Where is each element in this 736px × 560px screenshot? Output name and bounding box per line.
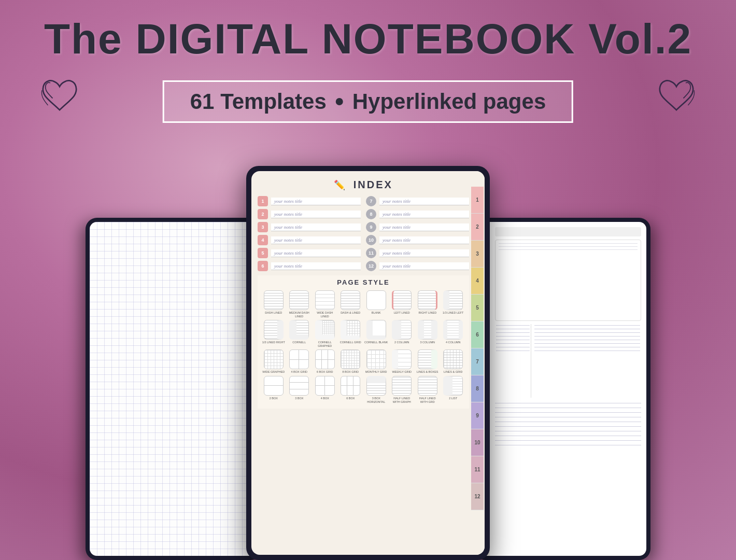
thumb-left-lined[interactable]: LEFT LINED [390,290,414,318]
cornell-line-r3 [534,332,640,333]
thumb-medium-dash[interactable]: MEDIUM DASH LINED [288,290,312,318]
index-title-5[interactable]: your notes title [271,249,361,257]
index-num-11: 11 [366,248,376,258]
index-item-8[interactable]: 8 your notes title [366,209,469,219]
tab-10[interactable]: 10 [471,429,484,456]
index-title-1[interactable]: your notes title [271,198,361,205]
thumb-half-lined-grid[interactable]: HALF LINED WITH GRD [416,376,440,403]
thumb-4box-grid[interactable]: 4 BOX GRID [288,349,312,374]
dot-separator [336,98,343,105]
thumb-2box[interactable]: 2 BOX [262,376,286,403]
index-title-2[interactable]: your notes title [271,211,361,218]
thumb-lines-boxes-box [418,349,437,369]
tab-4[interactable]: 4 [471,268,484,295]
thumb-half-lined-graph[interactable]: HALF LINED WITH GRAPH [390,376,414,403]
thumb-blank-box [366,290,386,310]
thumb-dash-lined[interactable]: DASH LINED [262,290,286,318]
subtitle-text: 61 Templates Hyperlinked pages [190,89,546,114]
pencil-icon: ✏️ [334,180,347,190]
index-item-10[interactable]: 10 your notes title [366,235,469,245]
index-item-5[interactable]: 5 your notes title [258,248,361,258]
thumb-4box[interactable]: 4 BOX [313,376,337,403]
index-title-10[interactable]: your notes title [379,236,469,244]
thumb-lines-grid[interactable]: LINES & GRID [442,349,465,374]
thumb-monthly-grid[interactable]: MONTHLY GRID [364,349,388,374]
tab-1[interactable]: 1 [471,187,484,214]
tab-5[interactable]: 5 [471,295,484,321]
thumb-8box-grid[interactable]: 8 BOX GRID [339,349,363,374]
tab-11[interactable]: 11 [471,456,484,483]
thumb-6box-grid[interactable]: 6 BOX GRID [313,349,337,374]
index-title-12[interactable]: your notes title [379,262,469,270]
tab-12[interactable]: 12 [471,483,484,510]
tab-9[interactable]: 9 [471,402,484,429]
thumb-cornell-graphed[interactable]: CORNELL GRAPHED [313,320,337,347]
thumb-lines-boxes[interactable]: LINES & BOXES [416,349,440,374]
thumb-6box[interactable]: 6 BOX [339,376,363,403]
thumb-weekly-grid[interactable]: WEEKLY GRID [390,349,414,374]
index-num-3: 3 [258,222,268,232]
cornell-line-r1 [534,325,640,326]
cornell-line-l6 [496,343,530,344]
index-item-7[interactable]: 7 your notes title [366,196,469,206]
right-line-6 [495,426,641,427]
thumb-cornell-grid[interactable]: CORNELL GRID [339,320,363,347]
thumb-2list[interactable]: 2 LIST [442,376,465,403]
thumb-dash-lined-box [264,290,284,310]
thumb-3box-horizontal[interactable]: 3 BOX HORIZONTAL [364,376,388,403]
thumb-dash-lined2[interactable]: DASH & LINED [339,290,363,318]
thumb-3box[interactable]: 3 BOX [288,376,312,403]
index-title-9[interactable]: your notes title [379,223,469,231]
thumb-1-3-right[interactable]: 1/3 LINED RIGHT [262,320,286,347]
tab-8[interactable]: 8 [471,375,484,402]
index-item-9[interactable]: 9 your notes title [366,222,469,232]
tab-6[interactable]: 6 [471,321,484,348]
thumb-cornell[interactable]: CORNELL [288,320,312,347]
tab-3[interactable]: 3 [471,241,484,268]
right-line-4 [495,417,641,417]
thumb-lines-grid-box [443,349,463,369]
tab-7[interactable]: 7 [471,348,484,375]
page-title: The DIGITAL NOTEBOOK Vol.2 [0,15,736,63]
tab-2[interactable]: 2 [471,214,484,241]
index-title-11[interactable]: your notes title [379,249,469,257]
index-title-7[interactable]: your notes title [379,198,469,205]
thumb-3-column[interactable]: 3 COLUMN [416,320,440,347]
cornell-line-l2 [496,329,530,329]
center-tabs: 1 2 3 4 5 6 7 8 9 10 11 12 [470,171,485,555]
index-item-6[interactable]: 6 your notes title [258,261,361,271]
index-item-11[interactable]: 11 your notes title [366,248,469,258]
thumb-1-3-lined-left[interactable]: 1/3 LINED LEFT [442,290,465,318]
cornell-line-r7 [534,347,640,347]
index-num-9: 9 [366,222,376,232]
index-item-1[interactable]: 1 your notes title [258,196,361,206]
right-line-10 [495,445,641,445]
right-main-content [490,222,646,556]
thumb-right-lined[interactable]: RIGHT LINED [416,290,440,318]
index-item-4[interactable]: 4 your notes title [258,235,361,245]
cornell-line-r8 [534,351,640,351]
index-item-12[interactable]: 12 your notes title [366,261,469,271]
thumb-blank[interactable]: BLANK [364,290,388,318]
thumb-2list-box [443,376,463,396]
thumb-cornell-blank[interactable]: CORNELL BLANK [364,320,388,347]
page-style-row4: 2 BOX 3 BOX [262,376,465,403]
cornell-line-r6 [534,343,640,344]
index-title-4[interactable]: your notes title [271,236,361,244]
index-item-3[interactable]: 3 your notes title [258,222,361,232]
thumb-wide-graphed[interactable]: WIDE GRAPHED [262,349,286,374]
index-item-2[interactable]: 2 your notes title [258,209,361,219]
thumb-left-lined-box [392,290,412,310]
index-title-8[interactable]: your notes title [379,211,469,218]
index-col-right: 7 your notes title 8 your notes title 9 … [366,196,469,271]
grid-paper [90,222,258,556]
thumb-right-lined-box [418,290,437,310]
thumb-1-3-right-box [264,320,284,340]
thumb-4-column[interactable]: 4 COLUMN [442,320,465,347]
thumb-wide-dash[interactable]: WIDE DASH LINED [313,290,337,318]
thumb-2-column[interactable]: 2 COLUMN [390,320,414,347]
index-title-3[interactable]: your notes title [271,223,361,231]
right-cornell-area [495,324,641,398]
index-title-6[interactable]: your notes title [271,262,361,270]
templates-label: 61 Templates [190,89,327,114]
